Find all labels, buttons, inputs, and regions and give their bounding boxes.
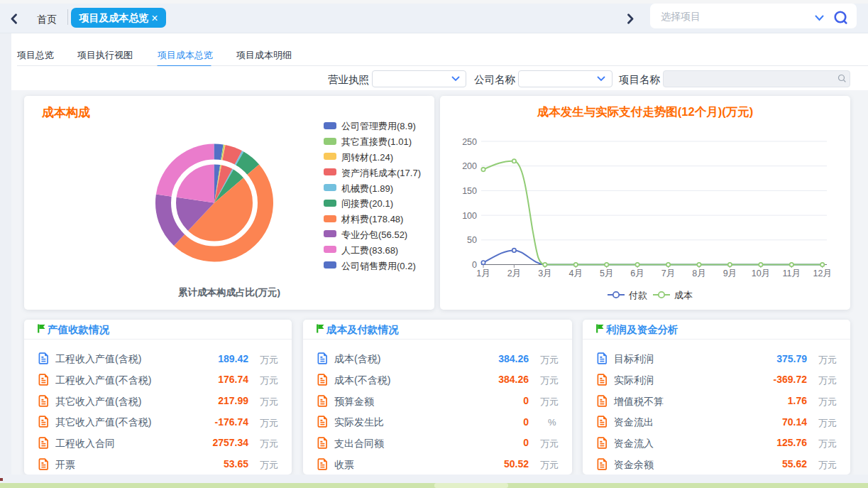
svg-text:100: 100 [462, 211, 477, 221]
svg-text:200: 200 [462, 161, 477, 171]
svg-text:8月: 8月 [692, 269, 705, 278]
svg-text:6月: 6月 [630, 269, 644, 278]
svg-text:3月: 3月 [538, 269, 551, 278]
svg-text:150: 150 [462, 186, 477, 196]
svg-text:1月: 1月 [476, 269, 490, 278]
svg-text:付款: 付款 [628, 290, 647, 300]
svg-text:2月: 2月 [507, 269, 521, 278]
svg-text:250: 250 [462, 137, 477, 147]
svg-text:9月: 9月 [723, 269, 737, 278]
svg-text:5月: 5月 [600, 269, 613, 278]
svg-text:成本: 成本 [674, 290, 693, 300]
svg-text:50: 50 [467, 235, 477, 245]
svg-text:11月: 11月 [783, 269, 801, 278]
svg-text:12月: 12月 [813, 269, 831, 278]
svg-text:4月: 4月 [569, 269, 583, 278]
svg-text:10月: 10月 [752, 269, 770, 278]
svg-text:7月: 7月 [661, 269, 675, 278]
